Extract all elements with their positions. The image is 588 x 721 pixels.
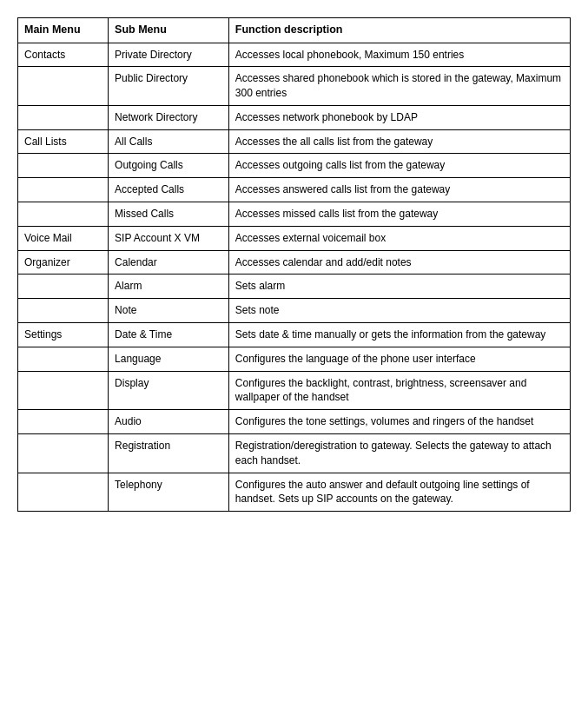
table-row: LanguageConfigures the language of the p… <box>18 347 571 371</box>
sub-menu-cell: Alarm <box>109 275 229 299</box>
main-menu-cell <box>18 473 109 512</box>
table-row: SettingsDate & TimeSets date & time manu… <box>18 323 571 347</box>
func-desc-cell: Accesses answered calls list from the ga… <box>228 178 570 202</box>
func-desc-cell: Accesses missed calls list from the gate… <box>228 202 570 227</box>
main-menu-cell: Settings <box>18 323 109 347</box>
main-menu-cell <box>18 410 109 434</box>
table-row: Accepted CallsAccesses answered calls li… <box>18 178 571 202</box>
main-menu-cell <box>18 154 109 178</box>
sub-menu-cell: Language <box>109 347 229 371</box>
main-menu-cell: Call Lists <box>18 129 109 154</box>
sub-menu-cell: Telephony <box>109 473 229 512</box>
sub-menu-cell: Calendar <box>109 250 229 275</box>
table-row: Outgoing CallsAccesses outgoing calls li… <box>18 154 571 178</box>
table-row: Call ListsAll CallsAccesses the all call… <box>18 129 571 154</box>
func-desc-cell: Registration/deregistration to gateway. … <box>228 434 570 473</box>
menu-table: Main Menu Sub Menu Function description … <box>17 17 571 512</box>
func-desc-cell: Configures the language of the phone use… <box>228 347 570 371</box>
func-desc-cell: Configures the tone settings, volumes an… <box>228 410 570 434</box>
sub-menu-cell: Network Directory <box>109 105 229 129</box>
table-row: AudioConfigures the tone settings, volum… <box>18 410 571 434</box>
main-menu-cell <box>18 67 109 106</box>
table-row: Missed CallsAccesses missed calls list f… <box>18 202 571 227</box>
func-desc-cell: Configures the backlight, contrast, brig… <box>228 371 570 410</box>
table-row: Public DirectoryAccesses shared phoneboo… <box>18 67 571 106</box>
sub-menu-cell: Registration <box>109 434 229 473</box>
main-menu-cell: Organizer <box>18 250 109 275</box>
sub-menu-cell: Audio <box>109 410 229 434</box>
main-menu-cell: Voice Mail <box>18 226 109 250</box>
table-row: ContactsPrivate DirectoryAccesses local … <box>18 43 571 67</box>
sub-menu-cell: SIP Account X VM <box>109 226 229 250</box>
main-menu-cell <box>18 347 109 371</box>
table-row: NoteSets note <box>18 299 571 323</box>
table-row: RegistrationRegistration/deregistration … <box>18 434 571 473</box>
func-desc-cell: Accesses external voicemail box <box>228 226 570 250</box>
sub-menu-cell: Accepted Calls <box>109 178 229 202</box>
func-desc-cell: Accesses local phonebook, Maximum 150 en… <box>228 43 570 67</box>
func-desc-cell: Sets alarm <box>228 275 570 299</box>
func-desc-cell: Accesses calendar and add/edit notes <box>228 250 570 275</box>
sub-menu-cell: Note <box>109 299 229 323</box>
table-row: AlarmSets alarm <box>18 275 571 299</box>
func-desc-cell: Configures the auto answer and default o… <box>228 473 570 512</box>
table-row: OrganizerCalendarAccesses calendar and a… <box>18 250 571 275</box>
sub-menu-cell: Public Directory <box>109 67 229 106</box>
func-desc-cell: Accesses outgoing calls list from the ga… <box>228 154 570 178</box>
table-row: DisplayConfigures the backlight, contras… <box>18 371 571 410</box>
main-menu-cell <box>18 275 109 299</box>
func-desc-cell: Accesses network phonebook by LDAP <box>228 105 570 129</box>
main-menu-cell <box>18 202 109 227</box>
main-menu-cell <box>18 434 109 473</box>
table-row: TelephonyConfigures the auto answer and … <box>18 473 571 512</box>
main-menu-cell <box>18 178 109 202</box>
func-desc-cell: Sets date & time manually or gets the in… <box>228 323 570 347</box>
header-main-menu: Main Menu <box>18 18 109 43</box>
sub-menu-cell: Date & Time <box>109 323 229 347</box>
main-menu-cell <box>18 105 109 129</box>
sub-menu-cell: Private Directory <box>109 43 229 67</box>
sub-menu-cell: Missed Calls <box>109 202 229 227</box>
func-desc-cell: Accesses the all calls list from the gat… <box>228 129 570 154</box>
func-desc-cell: Sets note <box>228 299 570 323</box>
header-sub-menu: Sub Menu <box>109 18 229 43</box>
main-menu-cell <box>18 371 109 410</box>
sub-menu-cell: Display <box>109 371 229 410</box>
main-menu-cell: Contacts <box>18 43 109 67</box>
main-menu-cell <box>18 299 109 323</box>
table-row: Network DirectoryAccesses network phoneb… <box>18 105 571 129</box>
sub-menu-cell: Outgoing Calls <box>109 154 229 178</box>
func-desc-cell: Accesses shared phonebook which is store… <box>228 67 570 106</box>
sub-menu-cell: All Calls <box>109 129 229 154</box>
header-func-desc: Function description <box>228 18 570 43</box>
table-row: Voice MailSIP Account X VMAccesses exter… <box>18 226 571 250</box>
